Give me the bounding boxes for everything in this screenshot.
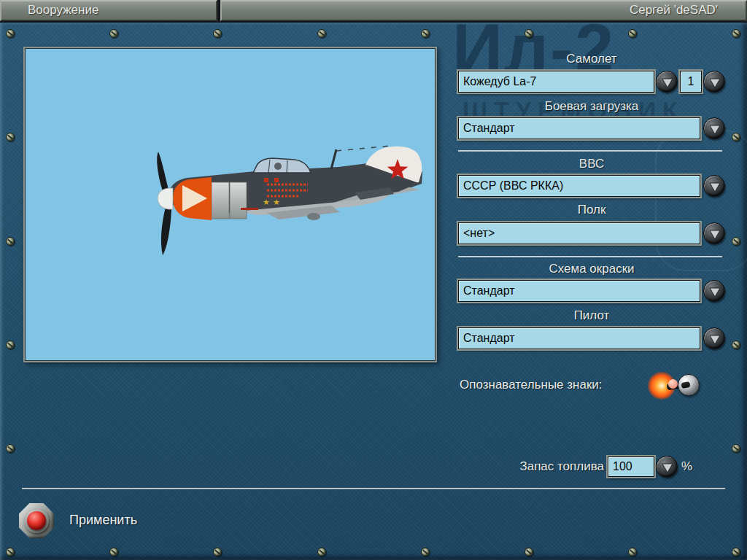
screw-icon xyxy=(628,29,637,38)
tab-armament[interactable]: Вооружение xyxy=(0,0,217,21)
screw-icon xyxy=(525,29,533,38)
aircraft-preview[interactable]: ★ ★ xyxy=(23,47,437,362)
chevron-down-icon xyxy=(704,281,726,303)
tab-armament-label: Вооружение xyxy=(28,3,98,17)
fuel-label: Запас топлива xyxy=(458,459,604,474)
toggle-lever-tip-icon xyxy=(668,379,678,389)
airforce-dropdown-button[interactable] xyxy=(703,175,725,197)
svg-text:★: ★ xyxy=(273,198,280,206)
pilot-label: Пилот xyxy=(458,308,725,323)
screw-icon xyxy=(213,548,222,556)
aircraft-select[interactable]: Кожедуб La-7 xyxy=(458,71,654,93)
aircraft-label: Самолет xyxy=(458,52,725,66)
aircraft-count-dropdown-button[interactable] xyxy=(703,71,725,93)
screw-icon xyxy=(6,548,15,556)
pilot-value: Стандарт xyxy=(463,332,515,344)
svg-text:★: ★ xyxy=(263,198,270,206)
screw-icon xyxy=(421,29,430,38)
markings-label: Опознавательные знаки: xyxy=(460,378,649,392)
screw-icon xyxy=(732,341,740,349)
chevron-down-icon xyxy=(657,71,678,93)
screw-icon xyxy=(732,237,740,246)
fuel-unit-label: % xyxy=(681,459,703,474)
screw-icon xyxy=(525,548,533,556)
loadout-dropdown-button[interactable] xyxy=(703,117,725,139)
regiment-select[interactable]: <нет> xyxy=(458,222,700,244)
screw-icon xyxy=(628,548,637,556)
screw-icon xyxy=(421,548,430,556)
fuel-input[interactable]: 100 xyxy=(608,456,654,477)
screw-icon xyxy=(6,444,15,453)
aircraft-count-field[interactable]: 1 xyxy=(680,71,702,93)
loadout-value: Стандарт xyxy=(463,122,515,134)
regiment-label: Полк xyxy=(458,203,725,217)
screw-icon xyxy=(213,29,222,38)
aircraft-dropdown-button[interactable] xyxy=(656,71,678,93)
screw-icon xyxy=(6,133,15,141)
screw-icon xyxy=(317,29,326,38)
section-divider xyxy=(458,150,722,152)
screw-icon xyxy=(732,444,740,453)
pilot-dropdown-button[interactable] xyxy=(703,327,725,349)
airforce-label: ВВС xyxy=(458,157,725,171)
section-divider xyxy=(458,256,722,257)
main-panel: Ил-2 ШТУРМОВИК xyxy=(0,22,747,560)
chevron-down-icon xyxy=(704,118,726,140)
top-bar: Вооружение Сергей 'deSAD' xyxy=(0,0,747,23)
paint-scheme-select[interactable]: Стандарт xyxy=(458,280,700,302)
airforce-value: СССР (ВВС РККА) xyxy=(463,179,563,192)
paint-scheme-dropdown-button[interactable] xyxy=(703,280,725,302)
screw-icon xyxy=(732,548,740,556)
screw-icon xyxy=(6,29,15,38)
markings-toggle[interactable] xyxy=(649,370,706,408)
footer-divider xyxy=(22,488,725,489)
chevron-down-icon xyxy=(704,71,726,93)
player-name-label: Сергей 'deSAD' xyxy=(630,3,718,17)
aircraft-count-value: 1 xyxy=(688,75,694,88)
apply-button[interactable] xyxy=(19,502,55,540)
screw-icon xyxy=(732,133,740,141)
screw-icon xyxy=(317,548,326,556)
toggle-knob-icon xyxy=(678,374,700,396)
loadout-label: Боевая загрузка xyxy=(458,99,725,114)
regiment-dropdown-button[interactable] xyxy=(703,222,725,244)
chevron-down-icon xyxy=(657,456,678,478)
screw-icon xyxy=(109,548,118,556)
chevron-down-icon xyxy=(704,223,726,245)
fuel-dropdown-button[interactable] xyxy=(656,456,678,478)
airforce-select[interactable]: СССР (ВВС РККА) xyxy=(458,175,700,197)
screw-icon xyxy=(732,29,740,38)
paint-scheme-value: Стандарт xyxy=(463,284,515,297)
screw-icon xyxy=(6,237,15,246)
apply-label[interactable]: Применить xyxy=(69,513,137,528)
tab-player-name[interactable]: Сергей 'deSAD' xyxy=(220,0,747,21)
chevron-down-icon xyxy=(704,176,726,198)
red-push-button-icon xyxy=(27,511,46,530)
chevron-down-icon xyxy=(704,328,726,350)
screw-icon xyxy=(109,29,118,38)
regiment-value: <нет> xyxy=(463,227,495,239)
paint-scheme-label: Схема окраски xyxy=(458,262,725,276)
pilot-select[interactable]: Стандарт xyxy=(458,327,700,349)
loadout-select[interactable]: Стандарт xyxy=(458,117,700,139)
aircraft-value: Кожедуб La-7 xyxy=(463,75,536,88)
fuel-value: 100 xyxy=(613,460,632,472)
screw-icon xyxy=(6,341,15,349)
aircraft-la7-image: ★ ★ xyxy=(25,48,436,361)
